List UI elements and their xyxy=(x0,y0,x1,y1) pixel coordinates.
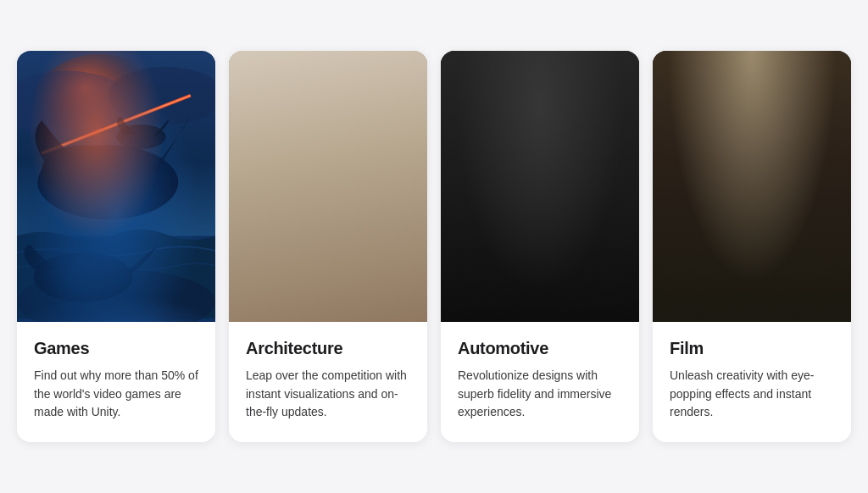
architecture-illustration xyxy=(229,51,427,322)
svg-rect-110 xyxy=(707,283,722,295)
svg-point-77 xyxy=(653,51,851,137)
svg-point-128 xyxy=(812,268,819,274)
svg-point-67 xyxy=(476,208,513,244)
svg-rect-18 xyxy=(275,87,281,240)
svg-point-86 xyxy=(737,51,766,79)
svg-point-60 xyxy=(572,213,598,239)
games-card-image xyxy=(17,51,215,322)
svg-line-73 xyxy=(482,213,507,238)
svg-rect-101 xyxy=(722,271,737,283)
svg-point-96 xyxy=(792,242,809,254)
svg-rect-37 xyxy=(242,235,248,260)
svg-rect-107 xyxy=(811,271,826,283)
film-illustration xyxy=(653,51,851,322)
svg-point-35 xyxy=(262,280,394,316)
svg-rect-28 xyxy=(279,234,326,247)
svg-rect-31 xyxy=(351,235,354,245)
games-card[interactable]: Games Find out why more than 50% of the … xyxy=(17,51,215,442)
svg-point-23 xyxy=(270,145,312,211)
svg-point-119 xyxy=(740,285,748,293)
svg-rect-76 xyxy=(653,54,851,319)
svg-point-92 xyxy=(727,102,777,155)
svg-point-69 xyxy=(488,219,502,233)
svg-rect-26 xyxy=(266,242,390,255)
svg-rect-109 xyxy=(693,283,708,295)
svg-rect-111 xyxy=(722,283,737,295)
svg-point-38 xyxy=(235,217,254,246)
svg-point-68 xyxy=(481,213,508,239)
svg-rect-49 xyxy=(524,54,530,120)
svg-point-25 xyxy=(282,129,373,195)
svg-line-84 xyxy=(752,63,814,186)
film-card-description: Unleash creativity with eye-popping effe… xyxy=(670,367,834,422)
automotive-card-content: Automotive Revolutionize designs with su… xyxy=(441,322,639,442)
svg-line-4 xyxy=(42,96,191,153)
svg-rect-98 xyxy=(677,271,693,283)
svg-point-36 xyxy=(270,283,387,313)
svg-rect-13 xyxy=(229,54,427,319)
svg-rect-100 xyxy=(707,271,722,283)
games-card-title: Games xyxy=(34,339,198,358)
svg-rect-30 xyxy=(357,232,361,245)
svg-point-21 xyxy=(279,79,345,178)
svg-rect-0 xyxy=(17,54,215,319)
svg-line-65 xyxy=(573,213,598,238)
svg-line-82 xyxy=(752,63,769,169)
architecture-card[interactable]: Architecture Leap over the competition w… xyxy=(229,51,427,442)
svg-rect-20 xyxy=(281,94,375,241)
svg-rect-48 xyxy=(524,54,530,120)
architecture-card-image xyxy=(229,51,427,322)
games-card-content: Games Find out why more than 50% of the … xyxy=(17,322,215,442)
svg-point-126 xyxy=(772,268,779,274)
svg-point-11 xyxy=(17,269,215,322)
svg-point-118 xyxy=(710,273,719,281)
svg-rect-24 xyxy=(281,136,375,202)
svg-rect-47 xyxy=(507,54,513,120)
svg-rect-105 xyxy=(782,271,797,283)
svg-point-22 xyxy=(320,96,377,179)
svg-point-40 xyxy=(244,226,258,246)
svg-point-12 xyxy=(34,252,133,302)
film-card[interactable]: Film Unleash creativity with eye-popping… xyxy=(653,51,851,442)
svg-rect-44 xyxy=(491,54,497,120)
svg-rect-46 xyxy=(507,54,513,120)
svg-point-122 xyxy=(726,273,734,281)
svg-rect-10 xyxy=(17,235,215,319)
svg-line-72 xyxy=(482,213,507,238)
automotive-card[interactable]: AVIERA Automotive Revolutionize designs … xyxy=(441,51,639,442)
film-card-content: Film Unleash creativity with eye-popping… xyxy=(653,322,851,442)
svg-rect-104 xyxy=(767,271,782,283)
svg-point-43 xyxy=(441,232,639,274)
svg-rect-42 xyxy=(441,235,639,319)
svg-rect-19 xyxy=(376,87,382,240)
architecture-card-description: Leap over the competition with instant v… xyxy=(246,367,410,422)
svg-rect-52 xyxy=(573,54,579,120)
svg-rect-94 xyxy=(745,158,759,174)
architecture-card-content: Architecture Leap over the competition w… xyxy=(229,322,427,442)
svg-line-78 xyxy=(661,63,752,203)
svg-point-29 xyxy=(365,235,382,244)
automotive-illustration: AVIERA xyxy=(441,51,639,322)
svg-rect-16 xyxy=(266,79,390,244)
svg-rect-103 xyxy=(752,271,767,283)
svg-rect-114 xyxy=(767,283,782,295)
games-card-description: Find out why more than 50% of the world'… xyxy=(34,367,198,422)
svg-text:AVIERA: AVIERA xyxy=(524,202,560,211)
svg-line-64 xyxy=(573,213,598,238)
film-card-title: Film xyxy=(670,339,834,358)
svg-rect-97 xyxy=(673,268,830,319)
games-illustration xyxy=(17,51,215,322)
svg-rect-50 xyxy=(540,54,546,120)
svg-point-88 xyxy=(747,59,757,69)
svg-point-117 xyxy=(681,273,689,281)
svg-point-90 xyxy=(723,51,781,93)
automotive-card-title: Automotive xyxy=(458,339,622,358)
svg-rect-108 xyxy=(677,283,693,295)
svg-line-81 xyxy=(736,63,753,169)
svg-rect-106 xyxy=(797,271,812,283)
svg-rect-17 xyxy=(275,87,382,94)
svg-point-3 xyxy=(108,67,215,125)
svg-rect-27 xyxy=(277,232,327,249)
svg-rect-45 xyxy=(491,54,497,120)
svg-point-93 xyxy=(732,116,772,161)
